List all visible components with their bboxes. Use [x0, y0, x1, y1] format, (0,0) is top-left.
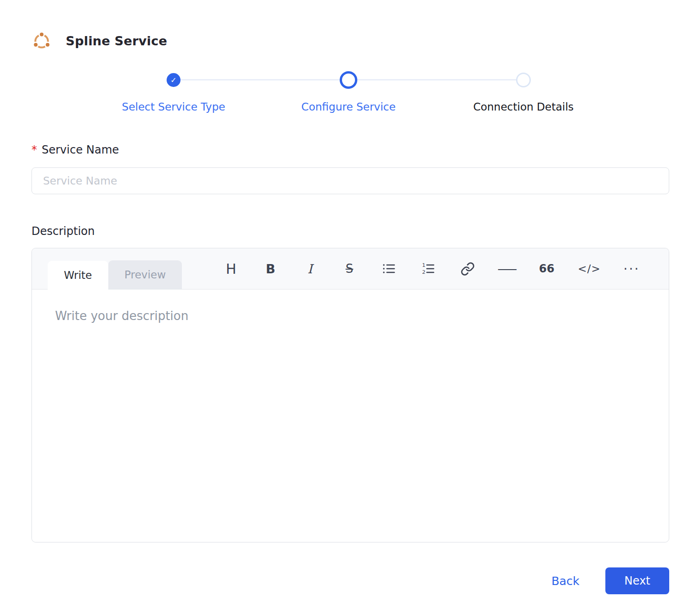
link-icon — [461, 262, 475, 276]
step-label: Configure Service — [301, 101, 396, 113]
bullet-list-icon — [381, 261, 396, 276]
tab-preview[interactable]: Preview — [108, 260, 182, 289]
tab-write[interactable]: Write — [48, 261, 108, 290]
check-icon: ✓ — [170, 76, 176, 85]
step-label: Connection Details — [473, 101, 573, 113]
step-circle-row — [516, 71, 531, 89]
wizard-footer: Back Next — [0, 567, 669, 594]
step-active-circle — [340, 71, 357, 89]
step-select-service-type[interactable]: ✓ Select Service Type — [86, 71, 261, 113]
network-nodes-icon — [31, 30, 53, 52]
editor-toolbar: H B I S — [182, 248, 653, 289]
step-connection-details[interactable]: Connection Details — [436, 71, 611, 113]
ordered-list-button[interactable]: 1 2 — [420, 259, 436, 279]
italic-button[interactable]: I — [302, 259, 318, 279]
step-completed-circle: ✓ — [167, 73, 180, 87]
horizontal-rule-button[interactable]: — — [493, 259, 521, 279]
step-circle-row: ✓ — [167, 71, 180, 89]
description-label: Description — [31, 225, 669, 238]
step-circle-row — [340, 71, 357, 89]
description-placeholder: Write your description — [55, 309, 188, 323]
link-button[interactable] — [460, 259, 476, 279]
required-asterisk: * — [31, 143, 37, 156]
svg-text:1: 1 — [422, 262, 425, 268]
spline-service-logo-icon — [31, 30, 53, 52]
more-options-button[interactable]: ··· — [623, 259, 640, 279]
service-name-input[interactable] — [31, 167, 669, 194]
description-editor[interactable]: Write your description — [32, 290, 669, 542]
step-upcoming-circle — [516, 73, 531, 87]
quote-button[interactable]: 66 — [538, 259, 555, 279]
stepper: ✓ Select Service Type Configure Service … — [86, 71, 611, 113]
editor-tabs: Write Preview — [48, 248, 182, 289]
ordered-list-icon: 1 2 — [421, 261, 436, 276]
strikethrough-button[interactable]: S — [341, 259, 358, 279]
app-header: Spline Service — [0, 0, 697, 52]
stepper-steps: ✓ Select Service Type Configure Service … — [86, 71, 611, 113]
service-name-label-text: Service Name — [42, 143, 119, 156]
page-title: Spline Service — [66, 34, 167, 48]
step-label: Select Service Type — [122, 101, 225, 113]
bullet-list-button[interactable] — [380, 259, 397, 279]
configure-service-page: Spline Service ✓ Select Service Type Con… — [0, 0, 697, 616]
markdown-editor: Write Preview H B I S — [31, 248, 669, 542]
svg-text:2: 2 — [422, 269, 425, 275]
editor-toolbar-bar: Write Preview H B I S — [32, 248, 669, 290]
next-button[interactable]: Next — [605, 567, 669, 594]
description-label-text: Description — [31, 225, 95, 238]
step-configure-service[interactable]: Configure Service — [261, 71, 436, 113]
heading-button[interactable]: H — [223, 259, 239, 279]
bold-button[interactable]: B — [262, 259, 279, 279]
back-button[interactable]: Back — [548, 574, 582, 588]
code-button[interactable]: </> — [578, 259, 600, 279]
service-name-label: *Service Name — [31, 143, 669, 156]
